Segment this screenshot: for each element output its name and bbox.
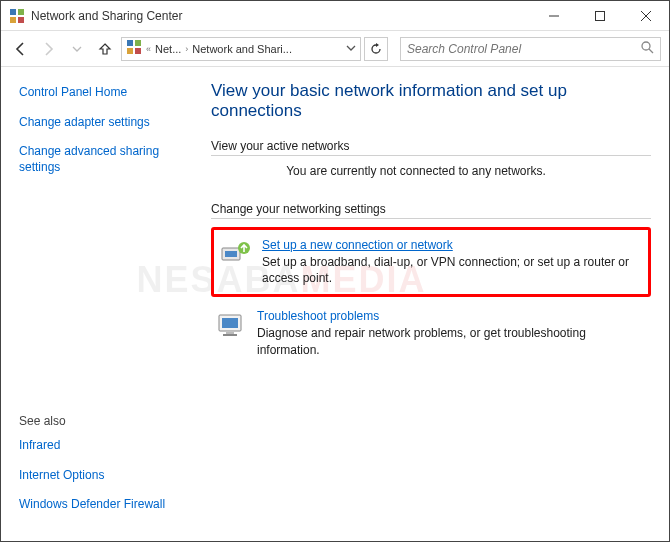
content: View your basic network information and … xyxy=(201,67,669,541)
setup-connection-link[interactable]: Set up a new connection or network xyxy=(262,238,453,252)
search-input[interactable] xyxy=(407,42,634,56)
active-networks-label: View your active networks xyxy=(211,139,651,153)
forward-button[interactable] xyxy=(37,37,61,61)
setup-connection-option[interactable]: Set up a new connection or network Set u… xyxy=(211,227,651,297)
chevron-right-icon: › xyxy=(185,44,188,54)
divider xyxy=(211,218,651,219)
svg-rect-1 xyxy=(18,9,24,15)
breadcrumb-item-1[interactable]: Net... xyxy=(155,43,181,55)
setup-connection-icon xyxy=(220,238,252,270)
svg-rect-10 xyxy=(127,48,133,54)
body: NESABAMEDIA Control Panel Home Change ad… xyxy=(1,67,669,541)
minimize-button[interactable] xyxy=(531,1,577,30)
not-connected-text: You are currently not connected to any n… xyxy=(211,164,651,178)
troubleshoot-desc: Diagnose and repair network problems, or… xyxy=(257,325,647,357)
close-button[interactable] xyxy=(623,1,669,30)
control-panel-home-link[interactable]: Control Panel Home xyxy=(19,85,191,101)
change-advanced-sharing-link[interactable]: Change advanced sharing settings xyxy=(19,144,191,175)
window-controls xyxy=(531,1,669,30)
breadcrumb-icon xyxy=(126,39,142,58)
divider xyxy=(211,155,651,156)
sidebar-spacer xyxy=(19,189,191,414)
svg-rect-20 xyxy=(223,334,237,336)
svg-rect-2 xyxy=(10,17,16,23)
svg-rect-18 xyxy=(222,318,238,328)
app-icon xyxy=(9,8,25,24)
troubleshoot-text: Troubleshoot problems Diagnose and repai… xyxy=(257,309,647,357)
svg-rect-5 xyxy=(596,11,605,20)
setup-connection-desc: Set up a broadband, dial-up, or VPN conn… xyxy=(262,254,642,286)
sidebar: Control Panel Home Change adapter settin… xyxy=(1,67,201,541)
address-bar[interactable]: « Net... › Network and Shari... xyxy=(121,37,361,61)
troubleshoot-link[interactable]: Troubleshoot problems xyxy=(257,309,379,323)
svg-rect-9 xyxy=(135,40,141,46)
svg-rect-11 xyxy=(135,48,141,54)
svg-line-13 xyxy=(649,49,653,53)
recent-locations-button[interactable] xyxy=(65,37,89,61)
search-box[interactable] xyxy=(400,37,661,61)
titlebar: Network and Sharing Center xyxy=(1,1,669,31)
navbar: « Net... › Network and Shari... xyxy=(1,31,669,67)
back-button[interactable] xyxy=(9,37,33,61)
internet-options-link[interactable]: Internet Options xyxy=(19,468,191,484)
infrared-link[interactable]: Infrared xyxy=(19,438,191,454)
troubleshoot-icon xyxy=(215,309,247,341)
setup-connection-text: Set up a new connection or network Set u… xyxy=(262,238,642,286)
breadcrumb-back-overflow[interactable]: « xyxy=(146,44,151,54)
change-settings-label: Change your networking settings xyxy=(211,202,651,216)
breadcrumb-item-2[interactable]: Network and Shari... xyxy=(192,43,292,55)
windows-defender-firewall-link[interactable]: Windows Defender Firewall xyxy=(19,497,191,513)
troubleshoot-option[interactable]: Troubleshoot problems Diagnose and repai… xyxy=(211,303,651,363)
up-button[interactable] xyxy=(93,37,117,61)
change-adapter-link[interactable]: Change adapter settings xyxy=(19,115,191,131)
svg-rect-19 xyxy=(226,332,234,334)
svg-point-12 xyxy=(642,42,650,50)
svg-rect-0 xyxy=(10,9,16,15)
see-also-heading: See also xyxy=(19,414,191,428)
maximize-button[interactable] xyxy=(577,1,623,30)
address-dropdown-button[interactable] xyxy=(346,42,356,56)
svg-rect-8 xyxy=(127,40,133,46)
refresh-button[interactable] xyxy=(364,37,388,61)
search-icon[interactable] xyxy=(640,40,654,57)
page-title: View your basic network information and … xyxy=(211,81,651,121)
window-title: Network and Sharing Center xyxy=(31,9,531,23)
svg-rect-3 xyxy=(18,17,24,23)
svg-rect-15 xyxy=(225,251,237,257)
